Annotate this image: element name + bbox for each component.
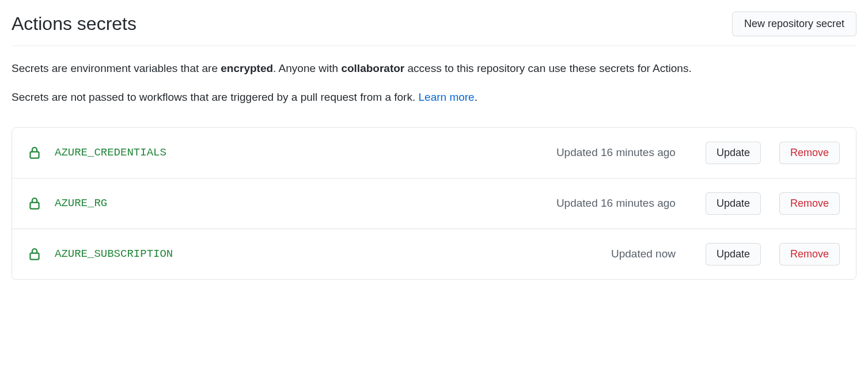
secret-updated-time: Updated 16 minutes ago xyxy=(556,197,676,210)
description-text: . Anyone with xyxy=(273,62,341,74)
description-text: Secrets are not passed to workflows that… xyxy=(12,91,419,103)
description-paragraph-1: Secrets are environment variables that a… xyxy=(12,60,856,77)
description-bold: encrypted xyxy=(221,62,273,74)
secret-name: AZURE_SUBSCRIPTION xyxy=(55,248,597,260)
secret-name: AZURE_RG xyxy=(55,197,543,210)
update-button[interactable]: Update xyxy=(706,192,761,215)
description-paragraph-2: Secrets are not passed to workflows that… xyxy=(12,89,856,106)
svg-rect-1 xyxy=(30,203,39,209)
description-bold: collaborator xyxy=(341,62,404,74)
secret-row: AZURE_RG Updated 16 minutes ago Update R… xyxy=(12,179,856,229)
secrets-list: AZURE_CREDENTIALS Updated 16 minutes ago… xyxy=(12,127,856,280)
lock-icon xyxy=(28,196,41,211)
update-button[interactable]: Update xyxy=(706,142,761,164)
secret-updated-time: Updated now xyxy=(611,248,676,260)
update-button[interactable]: Update xyxy=(706,243,761,265)
svg-rect-2 xyxy=(30,253,39,260)
page-title: Actions secrets xyxy=(12,13,137,35)
svg-rect-0 xyxy=(30,152,39,158)
learn-more-link[interactable]: Learn more xyxy=(419,91,475,103)
new-repository-secret-button[interactable]: New repository secret xyxy=(732,12,856,36)
description-text: Secrets are environment variables that a… xyxy=(12,62,221,74)
secret-updated-time: Updated 16 minutes ago xyxy=(556,146,676,159)
lock-icon xyxy=(28,145,41,160)
description-text: access to this repository can use these … xyxy=(404,62,691,74)
secret-name: AZURE_CREDENTIALS xyxy=(55,146,543,159)
page-header: Actions secrets New repository secret xyxy=(12,12,856,46)
secret-row: AZURE_SUBSCRIPTION Updated now Update Re… xyxy=(12,229,856,279)
remove-button[interactable]: Remove xyxy=(779,192,840,215)
description-text: . xyxy=(475,91,477,103)
remove-button[interactable]: Remove xyxy=(779,243,840,265)
secret-row: AZURE_CREDENTIALS Updated 16 minutes ago… xyxy=(12,128,856,179)
remove-button[interactable]: Remove xyxy=(779,142,840,164)
lock-icon xyxy=(28,246,41,261)
